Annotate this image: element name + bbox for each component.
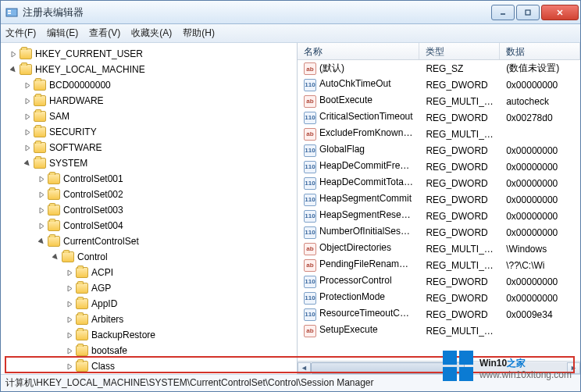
tree-item[interactable]: SOFTWARE — [23, 140, 297, 155]
tree-item[interactable]: BCD00000000 — [23, 77, 297, 93]
expand-icon[interactable] — [65, 283, 74, 293]
tree-item[interactable]: ControlSet002 — [37, 187, 297, 202]
list-row[interactable]: 110HeapSegmentReserveREG_DWORD0x00000000 — [298, 208, 580, 224]
tree-item[interactable]: ControlSet003 — [37, 202, 297, 218]
list-body[interactable]: ab(默认)REG_SZ(数值未设置)110AutoChkTimeOutREG_… — [298, 60, 580, 361]
menu-help[interactable]: 帮助(H) — [183, 27, 215, 40]
list-row[interactable]: abObjectDirectoriesREG_MULTI_SZ\Windows — [298, 241, 580, 257]
tree-item[interactable]: AGP — [65, 280, 297, 296]
tree-item[interactable]: BackupRestore — [65, 327, 297, 343]
tree-item[interactable]: SYSTEM — [23, 155, 297, 171]
value-name: HeapDeCommitFreeBlo... — [319, 160, 419, 171]
collapse-icon[interactable] — [37, 237, 46, 246]
menu-view[interactable]: 查看(V) — [89, 27, 120, 40]
list-row[interactable]: ab(默认)REG_SZ(数值未设置) — [298, 60, 580, 77]
expand-icon[interactable] — [37, 190, 46, 199]
menu-file[interactable]: 文件(F) — [5, 27, 36, 40]
horizontal-scrollbar[interactable]: ◄ ► — [298, 361, 580, 374]
list-row[interactable]: 110ResourceTimeoutCountREG_DWORD0x0009e3… — [298, 306, 580, 323]
expand-icon[interactable] — [23, 96, 32, 105]
list-row[interactable]: 110HeapDeCommitFreeBlo...REG_DWORD0x0000… — [298, 159, 580, 175]
folder-icon — [76, 267, 88, 278]
menu-favorites[interactable]: 收藏夹(A) — [131, 27, 172, 40]
svg-rect-1 — [8, 10, 11, 12]
tree-pane[interactable]: HKEY_CURRENT_USERHKEY_LOCAL_MACHINEBCD00… — [1, 43, 298, 374]
list-row[interactable]: abSetupExecuteREG_MULTI_SZ — [298, 323, 580, 339]
value-data: 0x00000000 — [500, 162, 580, 173]
folder-icon — [34, 111, 46, 122]
value-type: REG_MULTI_SZ — [419, 260, 500, 271]
expand-icon[interactable] — [9, 49, 18, 59]
column-name[interactable]: 名称 — [298, 43, 419, 59]
value-type: REG_MULTI_SZ — [419, 96, 500, 107]
scroll-thumb[interactable] — [311, 362, 465, 374]
tree-item[interactable]: ACPI — [65, 265, 297, 280]
folder-icon — [76, 361, 88, 372]
window-controls — [490, 5, 579, 20]
binary-value-icon: 110 — [304, 112, 316, 124]
titlebar[interactable]: 注册表编辑器 — [1, 1, 580, 24]
list-row[interactable]: abBootExecuteREG_MULTI_SZautocheck — [298, 93, 580, 109]
tree-item[interactable]: SECURITY — [23, 124, 297, 140]
expand-icon[interactable] — [37, 205, 46, 215]
folder-icon — [34, 142, 46, 153]
value-data: 0x00000000 — [500, 211, 580, 222]
collapse-icon[interactable] — [23, 159, 32, 168]
expand-icon[interactable] — [23, 143, 32, 152]
expand-icon[interactable] — [65, 299, 74, 308]
expand-icon[interactable] — [37, 221, 46, 230]
expand-icon[interactable] — [23, 80, 32, 90]
column-data[interactable]: 数据 — [500, 43, 580, 59]
maximize-button[interactable] — [516, 5, 540, 20]
tree-item[interactable]: ControlSet001 — [37, 171, 297, 187]
list-row[interactable]: abExcludeFromKnownDllsREG_MULTI_SZ — [298, 126, 580, 142]
expand-icon[interactable] — [23, 127, 32, 137]
tree-item[interactable]: Control — [51, 249, 297, 265]
tree-item[interactable]: Class — [65, 358, 297, 374]
expand-icon[interactable] — [23, 112, 32, 121]
expand-icon[interactable] — [65, 315, 74, 324]
expand-icon[interactable] — [65, 346, 74, 355]
tree-item[interactable]: HKEY_CURRENT_USER — [9, 46, 297, 62]
tree-item[interactable]: HKEY_LOCAL_MACHINE — [9, 62, 297, 77]
tree-label: ControlSet001 — [63, 173, 123, 184]
value-type: REG_DWORD — [419, 80, 500, 91]
expand-icon[interactable] — [65, 330, 74, 340]
value-name: CriticalSectionTimeout — [319, 111, 413, 122]
value-name: ProtectionMode — [319, 291, 385, 302]
collapse-icon[interactable] — [9, 65, 18, 74]
tree-item[interactable]: Arbiters — [65, 312, 297, 327]
list-row[interactable]: 110ProtectionModeREG_DWORD0x00000000 — [298, 290, 580, 306]
list-row[interactable]: abPendingFileRenameOpe...REG_MULTI_SZ\??… — [298, 257, 580, 273]
list-row[interactable]: 110CriticalSectionTimeoutREG_DWORD0x0027… — [298, 109, 580, 126]
expand-icon[interactable] — [65, 362, 74, 371]
close-button[interactable] — [541, 5, 579, 20]
list-row[interactable]: 110HeapDeCommitTotalFre...REG_DWORD0x000… — [298, 175, 580, 191]
folder-icon — [76, 330, 88, 340]
collapse-icon[interactable] — [51, 252, 60, 262]
list-row[interactable]: 110NumberOfInitialSessionsREG_DWORD0x000… — [298, 224, 580, 241]
tree-item[interactable]: ControlSet004 — [37, 218, 297, 233]
binary-value-icon: 110 — [304, 79, 316, 91]
value-data: 0x00000000 — [500, 178, 580, 189]
scroll-right-arrow[interactable]: ► — [567, 362, 580, 374]
list-row[interactable]: 110AutoChkTimeOutREG_DWORD0x00000000 — [298, 77, 580, 93]
tree-item[interactable]: CurrentControlSet — [37, 233, 297, 249]
expand-icon[interactable] — [65, 268, 74, 277]
menu-edit[interactable]: 编辑(E) — [47, 27, 78, 40]
binary-value-icon: 110 — [304, 308, 316, 321]
string-value-icon: ab — [304, 325, 316, 337]
scroll-left-arrow[interactable]: ◄ — [298, 362, 311, 374]
tree-item[interactable]: AppID — [65, 296, 297, 312]
list-row[interactable]: 110ProcessorControlREG_DWORD0x00000000 — [298, 273, 580, 290]
list-row[interactable]: 110GlobalFlagREG_DWORD0x00000000 — [298, 142, 580, 159]
list-row[interactable]: 110HeapSegmentCommitREG_DWORD0x00000000 — [298, 191, 580, 208]
tree-item[interactable]: bootsafe — [65, 343, 297, 358]
column-type[interactable]: 类型 — [419, 43, 500, 59]
minimize-button[interactable] — [491, 5, 515, 20]
tree-item[interactable]: HARDWARE — [23, 93, 297, 109]
value-data: 0x00000000 — [500, 293, 580, 304]
tree-item[interactable]: SAM — [23, 109, 297, 124]
expand-icon[interactable] — [37, 174, 46, 184]
binary-value-icon: 110 — [304, 144, 316, 157]
